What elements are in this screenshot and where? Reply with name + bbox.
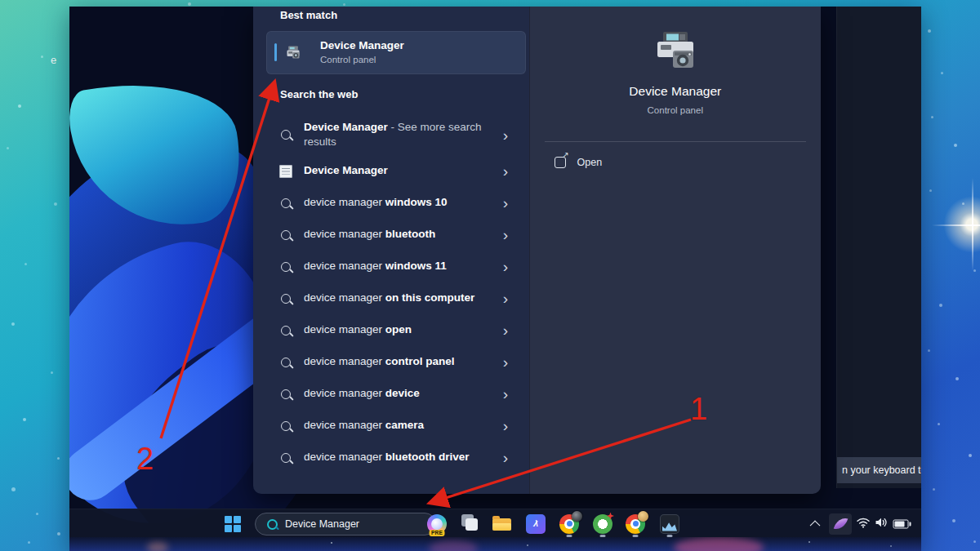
search-suggestion[interactable]: device manager bluetooth driver› bbox=[253, 442, 529, 473]
selection-accent-bar bbox=[274, 43, 277, 61]
sparkle bbox=[954, 144, 957, 147]
sparkle bbox=[928, 349, 930, 352]
best-match-subtitle: Control panel bbox=[320, 55, 376, 64]
task-manager-icon bbox=[660, 514, 679, 534]
sparkle bbox=[24, 263, 27, 265]
suggestion-text: device manager bluetooth driver bbox=[304, 450, 497, 464]
search-icon bbox=[278, 230, 294, 240]
sparkle bbox=[928, 29, 931, 33]
page: e n your keyboard to t Best match bbox=[0, 0, 980, 551]
search-icon bbox=[281, 421, 291, 431]
sparkle bbox=[952, 519, 956, 522]
search-icon bbox=[278, 262, 294, 272]
chevron-right-icon: › bbox=[503, 386, 508, 402]
sparkle bbox=[343, 3, 345, 6]
search-web-header: Search the web bbox=[280, 88, 358, 100]
device-manager-large-icon bbox=[653, 29, 698, 75]
copilot-button[interactable]: PRE bbox=[427, 514, 447, 534]
chevron-right-icon: › bbox=[503, 418, 508, 433]
sparkle bbox=[929, 189, 932, 192]
windows-screenshot: n your keyboard to t Best match bbox=[69, 7, 921, 551]
chrome-profile-2-button[interactable] bbox=[626, 514, 645, 534]
background-hint-window[interactable]: n your keyboard to t bbox=[836, 7, 921, 488]
volume-button[interactable] bbox=[875, 517, 888, 531]
m-app-icon: ∕∕\ bbox=[526, 514, 546, 534]
search-icon bbox=[278, 294, 294, 304]
open-label: Open bbox=[577, 157, 603, 168]
best-match-result[interactable]: Device Manager Control panel bbox=[266, 31, 526, 74]
task-view-icon bbox=[466, 518, 478, 531]
app-icon bbox=[278, 165, 294, 178]
search-icon bbox=[278, 198, 294, 208]
sparkle bbox=[973, 269, 976, 272]
suggestion-text: device manager windows 10 bbox=[304, 195, 497, 210]
task-view-button[interactable] bbox=[460, 514, 479, 534]
search-suggestion[interactable]: device manager device› bbox=[253, 378, 529, 410]
best-match-title: Device Manager bbox=[320, 39, 404, 51]
search-suggestion[interactable]: device manager on this computer› bbox=[253, 282, 529, 314]
result-preview-panel: Device Manager Control panel Open bbox=[529, 7, 821, 494]
suggestion-text: device manager device bbox=[304, 386, 497, 401]
feather-icon bbox=[833, 515, 848, 531]
chevron-right-icon: › bbox=[503, 450, 508, 465]
wifi-button[interactable] bbox=[857, 517, 871, 531]
windows-logo-icon bbox=[225, 516, 241, 532]
taskbar-search-box[interactable]: Device Manager bbox=[255, 513, 436, 535]
sparkle bbox=[188, 2, 191, 6]
start-search-window: Best match Device Manager Control panel bbox=[253, 7, 821, 494]
sparkle bbox=[41, 56, 43, 58]
best-match-header: Best match bbox=[280, 9, 337, 21]
open-action[interactable]: Open bbox=[545, 152, 806, 173]
search-icon bbox=[278, 389, 294, 399]
tray-feather-app[interactable] bbox=[829, 513, 852, 535]
chevron-right-icon: › bbox=[503, 195, 508, 211]
search-icon bbox=[281, 198, 291, 208]
search-suggestion[interactable]: device manager windows 10› bbox=[253, 187, 529, 219]
hidden-icons-chevron[interactable] bbox=[810, 520, 821, 531]
search-suggestion[interactable]: device manager windows 11› bbox=[253, 251, 529, 282]
sparkle bbox=[28, 541, 30, 544]
start-button[interactable] bbox=[225, 516, 241, 532]
preview-title: Device Manager bbox=[530, 84, 821, 99]
wifi-icon bbox=[857, 517, 871, 528]
suggestion-text: device manager bluetooth bbox=[304, 227, 497, 242]
chevron-right-icon: › bbox=[503, 163, 508, 179]
chevron-right-icon: › bbox=[503, 259, 508, 274]
search-icon bbox=[281, 389, 291, 399]
suggestion-text: Device Manager - See more search results bbox=[304, 120, 497, 149]
sparkle bbox=[962, 202, 964, 205]
suggestion-text: device manager camera bbox=[304, 418, 497, 433]
chevron-right-icon: › bbox=[503, 127, 508, 143]
sparkle bbox=[51, 371, 53, 374]
m-app-button[interactable]: ∕∕\ bbox=[526, 514, 546, 534]
sparkle bbox=[933, 488, 935, 491]
chevron-right-icon: › bbox=[503, 322, 508, 338]
search-icon bbox=[281, 230, 291, 240]
taskbar: Device Manager PRE ∕∕\ bbox=[69, 509, 921, 538]
file-explorer-icon bbox=[492, 518, 511, 531]
profile-avatar bbox=[572, 511, 582, 522]
sparkle bbox=[54, 202, 57, 206]
sparkle bbox=[57, 532, 60, 535]
green-browser-button[interactable] bbox=[593, 514, 612, 534]
search-icon bbox=[281, 326, 291, 335]
search-results-panel: Best match Device Manager Control panel bbox=[253, 7, 529, 494]
sparkle bbox=[7, 147, 9, 149]
battery-button[interactable] bbox=[893, 519, 909, 528]
sparkle bbox=[23, 418, 26, 421]
sparkle bbox=[973, 540, 976, 543]
hint-text: n your keyboard to t bbox=[837, 457, 921, 483]
search-suggestion[interactable]: device manager open› bbox=[253, 314, 529, 346]
file-explorer-button[interactable] bbox=[492, 514, 512, 534]
search-icon bbox=[278, 421, 294, 431]
search-suggestion[interactable]: device manager bluetooth› bbox=[253, 219, 529, 251]
search-suggestion[interactable]: Device Manager - See more search results… bbox=[253, 114, 529, 155]
search-suggestion[interactable]: device manager control panel› bbox=[253, 346, 529, 378]
search-suggestion[interactable]: device manager camera› bbox=[253, 410, 529, 442]
search-icon bbox=[281, 262, 291, 272]
search-suggestion[interactable]: Device Manager› bbox=[253, 155, 529, 187]
chrome-profile-1-button[interactable] bbox=[559, 514, 579, 534]
task-manager-button[interactable] bbox=[660, 514, 679, 534]
bottom-blur-strip bbox=[69, 537, 921, 551]
search-icon bbox=[281, 358, 291, 367]
